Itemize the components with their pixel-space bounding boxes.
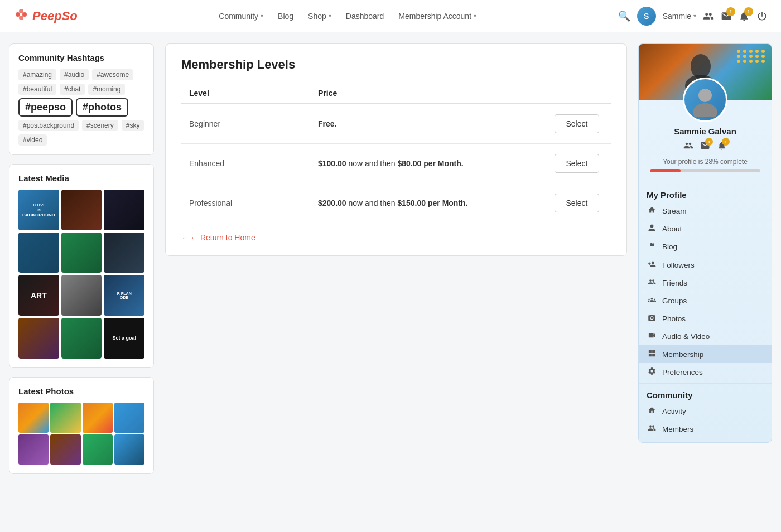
svg-point-1 <box>19 9 23 13</box>
level-name-beginner: Beginner <box>181 104 310 144</box>
nav-preferences[interactable]: Preferences <box>639 363 772 381</box>
media-thumb-8[interactable] <box>61 275 102 316</box>
notifications-icon[interactable]: 1 <box>739 11 750 22</box>
hashtag-awesome[interactable]: #awesome <box>92 69 133 80</box>
right-sidebar: Sammie Galvan 1 1 Your profile is 28% co… <box>638 43 772 483</box>
profile-name: Sammie Galvan <box>645 127 765 136</box>
media-thumb-4[interactable] <box>18 233 59 273</box>
latest-photos-card: Latest Photos <box>9 377 154 475</box>
photo-8[interactable] <box>114 434 144 465</box>
user-menu[interactable]: Sammie ▾ <box>663 12 696 21</box>
hashtag-scenery[interactable]: #scenery <box>82 120 118 131</box>
nav-item-blog[interactable]: Blog <box>272 8 299 24</box>
hashtag-chat[interactable]: #chat <box>60 84 85 95</box>
hashtag-peepso[interactable]: #peepso <box>18 98 73 117</box>
hashtag-video[interactable]: #video <box>18 134 47 146</box>
person-icon <box>647 224 657 234</box>
profile-avatar-wrap <box>639 78 772 122</box>
hashtags-card: Community Hashtags #amazing #audio #awes… <box>9 43 154 155</box>
media-thumb-9[interactable]: R PLANODE <box>104 275 144 316</box>
progress-bar <box>650 169 760 172</box>
nav-item-community[interactable]: Community ▾ <box>213 8 269 24</box>
select-button-beginner[interactable]: Select <box>555 114 600 133</box>
notifications-profile-icon[interactable]: 1 <box>717 141 727 153</box>
notifications-profile-badge: 1 <box>722 138 730 146</box>
nav-item-shop[interactable]: Shop ▾ <box>302 8 337 24</box>
svg-point-0 <box>16 12 20 17</box>
follower-icon <box>647 260 657 270</box>
hashtag-photos[interactable]: #photos <box>76 98 128 117</box>
chevron-down-icon: ▾ <box>261 13 263 19</box>
select-button-professional[interactable]: Select <box>555 194 600 212</box>
nav-friends[interactable]: Friends <box>639 274 772 292</box>
table-row: Beginner Free. Select <box>181 104 611 144</box>
nav-item-dashboard[interactable]: Dashboard <box>340 8 390 24</box>
svg-point-3 <box>19 16 23 20</box>
hashtag-sky[interactable]: #sky <box>122 120 144 131</box>
logo[interactable]: PeepSo <box>13 7 78 26</box>
hashtag-morning[interactable]: #morning <box>88 84 125 95</box>
nav-blog[interactable]: ❝ Blog <box>639 238 772 256</box>
photo-4[interactable] <box>114 403 144 433</box>
media-thumb-3[interactable] <box>104 190 144 230</box>
gear-icon <box>647 367 657 377</box>
notifications-badge: 1 <box>744 7 753 16</box>
photo-7[interactable] <box>83 434 113 465</box>
media-thumb-1[interactable]: CTIVITS BACKGROUND <box>18 190 59 230</box>
chevron-down-icon: ▾ <box>474 13 476 19</box>
level-price-enhanced: $100.00 now and then $80.00 per Month. <box>310 144 547 183</box>
hashtag-beautiful[interactable]: #beautiful <box>18 84 56 95</box>
header-actions: 🔍 S Sammie ▾ 1 1 <box>618 7 768 26</box>
profile-avatar[interactable] <box>683 78 727 122</box>
select-button-enhanced[interactable]: Select <box>555 154 600 173</box>
friends-icon[interactable] <box>703 11 714 22</box>
messages-badge: 1 <box>726 7 735 16</box>
hashtag-audio[interactable]: #audio <box>60 69 89 80</box>
messages-profile-icon[interactable]: 1 <box>700 141 710 153</box>
nav-membership[interactable]: Membership <box>639 345 772 363</box>
photo-2[interactable] <box>50 403 80 433</box>
media-thumb-11[interactable] <box>61 318 102 359</box>
hashtag-postbackground[interactable]: #postbackground <box>18 120 79 131</box>
chevron-down-icon: ▾ <box>329 13 331 19</box>
activity-home-icon <box>647 406 657 416</box>
avatar[interactable]: S <box>637 7 656 26</box>
nav-photos[interactable]: Photos <box>639 309 772 327</box>
nav-about[interactable]: About <box>639 220 772 238</box>
progress-bar-fill <box>650 169 681 172</box>
messages-profile-badge: 1 <box>705 138 713 146</box>
messages-icon[interactable]: 1 <box>721 11 732 22</box>
search-icon[interactable]: 🔍 <box>618 10 630 22</box>
svg-point-2 <box>22 12 27 17</box>
home-icon <box>647 206 657 216</box>
return-home-link[interactable]: ← ← Return to Home <box>181 233 255 242</box>
media-thumb-10[interactable] <box>18 318 59 359</box>
media-thumb-5[interactable] <box>61 233 102 273</box>
latest-photos-title: Latest Photos <box>18 386 144 396</box>
photo-1[interactable] <box>18 403 49 433</box>
profile-card: Sammie Galvan 1 1 Your profile is 28% co… <box>638 43 772 443</box>
nav-divider <box>639 383 772 384</box>
media-thumb-7[interactable]: ART <box>18 275 59 316</box>
friends-profile-icon[interactable] <box>683 141 693 153</box>
photo-5[interactable] <box>18 434 49 465</box>
hashtag-amazing[interactable]: #amazing <box>18 69 56 80</box>
main-content: Membership Levels Level Price Beginner F… <box>165 43 627 483</box>
nav-groups[interactable]: Groups <box>639 292 772 309</box>
nav-stream[interactable]: Stream <box>639 202 772 220</box>
membership-icon <box>647 349 657 359</box>
nav-audio-video[interactable]: Audio & Video <box>639 327 772 345</box>
nav-activity[interactable]: Activity <box>639 402 772 420</box>
power-icon[interactable] <box>756 11 768 22</box>
logo-icon <box>13 7 29 26</box>
media-thumb-6[interactable] <box>104 233 144 273</box>
media-thumb-12[interactable]: Set a goal <box>104 318 144 359</box>
photo-6[interactable] <box>50 434 80 465</box>
community-section-title: Community <box>639 386 772 402</box>
nav-members[interactable]: Members <box>639 420 772 438</box>
nav-followers[interactable]: Followers <box>639 256 772 274</box>
nav-item-membership-account[interactable]: Membership Account ▾ <box>393 8 482 24</box>
media-thumb-2[interactable] <box>61 190 102 230</box>
photo-3[interactable] <box>83 403 113 433</box>
header: PeepSo Community ▾ Blog Shop ▾ Dashboard… <box>0 0 781 32</box>
